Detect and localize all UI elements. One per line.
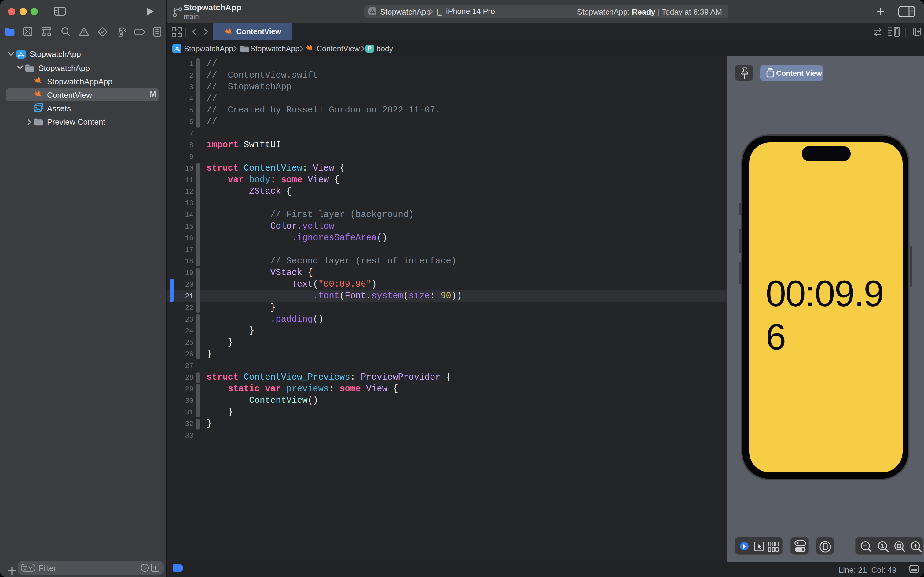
svg-text:1: 1 [881, 543, 884, 549]
